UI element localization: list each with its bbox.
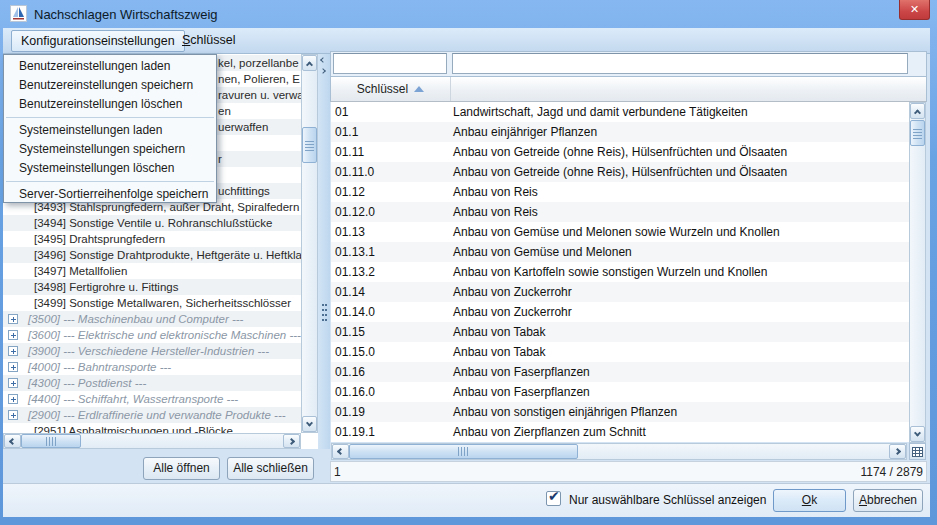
row-count-indicator: 1174 / 2879 — [860, 465, 923, 479]
menu-item-save-user-settings[interactable]: Benutzereinstellungen speichern — [4, 76, 216, 95]
close-button[interactable]: ✕ — [899, 0, 930, 20]
grid-header: Schlüssel — [330, 76, 927, 102]
expand-plus-icon[interactable] — [8, 394, 18, 404]
open-all-button[interactable]: Alle öffnen — [143, 457, 220, 480]
tree-row-group[interactable]: [4300] --- Postdienst --- — [3, 375, 301, 391]
selectable-keys-checkbox[interactable]: ✔ — [546, 491, 561, 506]
grid-row[interactable]: 01.15Anbau von Tabak — [331, 322, 909, 342]
tree-row[interactable]: [3498] Fertigrohre u. Fittings — [3, 279, 301, 295]
current-row-indicator: 1 — [334, 465, 341, 479]
menu-item-save-system-settings[interactable]: Systemeinstellungen speichern — [4, 140, 216, 159]
column-chooser-button[interactable] — [909, 443, 926, 460]
text-filter-input[interactable] — [452, 53, 908, 74]
scroll-left-button[interactable] — [4, 434, 21, 448]
ok-button[interactable]: Ok — [773, 489, 846, 512]
tree-row[interactable]: [2951] Asphaltmischungen und -Blöcke — [3, 423, 301, 433]
menu-schluessel[interactable]: Schlüssel — [173, 30, 245, 52]
expand-plus-icon[interactable] — [8, 330, 18, 340]
column-header-schluessel[interactable]: Schlüssel — [331, 77, 451, 101]
scroll-left-button[interactable] — [332, 444, 349, 459]
grid-row[interactable]: 01.14Anbau von Zuckerrohr — [331, 282, 909, 302]
tree-row[interactable]: [3495] Drahtsprungfedern — [3, 231, 301, 247]
dialog-footer: ✔ Nur auswählbare Schlüssel anzeigen Ok … — [3, 483, 930, 517]
chevron-down-icon — [306, 419, 313, 426]
thumb-grip — [305, 140, 314, 151]
grid-row[interactable]: 01.14.0Anbau von Zuckerrohr — [331, 302, 909, 322]
tree-row[interactable]: [3499] Sonstige Metallwaren, Sicherheits… — [3, 295, 301, 311]
collapse-right-icon[interactable] — [320, 68, 326, 74]
grid-row[interactable]: 01.13.1Anbau von Gemüse und Melonen — [331, 242, 909, 262]
grid-row[interactable]: 01.15.0Anbau von Tabak — [331, 342, 909, 362]
chevron-down-icon — [914, 429, 921, 436]
menu-separator — [6, 181, 214, 182]
menu-item-load-system-settings[interactable]: Systemeinstellungen laden — [4, 121, 216, 140]
grid-row[interactable]: 01.11Anbau von Getreide (ohne Reis), Hül… — [331, 142, 909, 162]
grid-row[interactable]: 01.16Anbau von Faserpflanzen — [331, 362, 909, 382]
scroll-thumb[interactable] — [910, 120, 925, 146]
collapse-left-icon[interactable] — [320, 57, 326, 63]
grid-row[interactable]: 01.11.0Anbau von Getreide (ohne Reis), H… — [331, 162, 909, 182]
grid-row[interactable]: 01.16.0Anbau von Faserpflanzen — [331, 382, 909, 402]
tree-horizontal-scrollbar[interactable] — [3, 433, 301, 449]
tree-row-group[interactable]: [2900] --- Erdlraffinerie und verwandte … — [3, 407, 301, 423]
chevron-left-icon — [9, 437, 16, 444]
menu-item-save-server-sort-order[interactable]: Server-Sortierreihenfolge speichern — [4, 185, 216, 204]
grid-vertical-scrollbar[interactable] — [909, 102, 926, 443]
menu-item-delete-system-settings[interactable]: Systemeinstellungen löschen — [4, 159, 216, 178]
scroll-thumb[interactable] — [302, 127, 317, 163]
tree-vertical-scrollbar[interactable] — [301, 54, 318, 433]
scroll-down-button[interactable] — [302, 416, 317, 432]
cancel-button[interactable]: Abbrechen — [853, 489, 923, 512]
panel-splitter[interactable] — [318, 54, 330, 449]
tree-row-group[interactable]: [3900] --- Verschiedene Hersteller-Indus… — [3, 343, 301, 359]
app-sailboat-icon — [10, 5, 27, 22]
grid-row[interactable]: 01.1Anbau einjähriger Pflanzen — [331, 122, 909, 142]
expand-plus-icon[interactable] — [8, 378, 18, 388]
grid-horizontal-scrollbar[interactable] — [331, 443, 907, 460]
close-all-button[interactable]: Alle schließen — [227, 457, 314, 480]
scroll-right-button[interactable] — [889, 444, 906, 459]
chevron-right-icon — [288, 437, 295, 444]
tree-row-group[interactable]: [3500] --- Maschinenbau und Computer --- — [3, 311, 301, 327]
chevron-up-icon — [914, 109, 921, 116]
thumb-grip — [913, 128, 922, 139]
expand-plus-icon[interactable] — [8, 362, 18, 372]
tree-row[interactable]: [3496] Sonstige Drahtprodukte, Heftgerät… — [3, 247, 301, 263]
grid-body: 01Landwirtschaft, Jagd und damit verbund… — [331, 102, 909, 442]
scroll-thumb[interactable] — [349, 444, 578, 459]
menu-configuration[interactable]: Konfigurationseinstellungen — [11, 30, 185, 52]
menu-item-delete-user-settings[interactable]: Benutzereinstellungen löschen — [4, 95, 216, 114]
configuration-dropdown-menu: Benutzereinstellungen laden Benutzereins… — [3, 54, 217, 203]
grid-row[interactable]: 01.13.2Anbau von Kartoffeln sowie sonsti… — [331, 262, 909, 282]
tree-row-group[interactable]: [3600] --- Elektrische und elektronische… — [3, 327, 301, 343]
splitter-grip-dots — [322, 304, 324, 306]
scroll-down-button[interactable] — [910, 426, 925, 442]
thumb-grip — [46, 437, 57, 446]
expand-plus-icon[interactable] — [8, 346, 18, 356]
scroll-up-button[interactable] — [910, 103, 925, 119]
grid-status-bar: 1 1174 / 2879 — [330, 461, 927, 482]
tree-row[interactable]: [3494] Sonstige Ventile u. Rohranschlußs… — [3, 215, 301, 231]
expand-plus-icon[interactable] — [8, 410, 18, 420]
grid-row[interactable]: 01.19.1Anbau von Zierpflanzen zum Schnit… — [331, 422, 909, 442]
grid-row[interactable]: 01.13Anbau von Gemüse und Melonen sowie … — [331, 222, 909, 242]
tree-row-group[interactable]: [4000] --- Bahntransporte --- — [3, 359, 301, 375]
key-filter-input[interactable] — [333, 53, 447, 74]
grid-row[interactable]: 01.12.0Anbau von Reis — [331, 202, 909, 222]
grid-row[interactable]: 01Landwirtschaft, Jagd und damit verbund… — [331, 102, 909, 122]
scroll-right-button[interactable] — [283, 434, 300, 448]
title-bar[interactable]: Nachschlagen Wirtschaftszweig ✕ — [0, 0, 937, 28]
menu-item-load-user-settings[interactable]: Benutzereinstellungen laden — [4, 57, 216, 76]
sort-ascending-icon — [414, 86, 424, 92]
scroll-thumb[interactable] — [21, 434, 81, 448]
tree-row[interactable]: [3497] Metallfolien — [3, 263, 301, 279]
expand-plus-icon[interactable] — [8, 314, 18, 324]
grid-row[interactable]: 01.19Anbau von sonstigen einjährigen Pfl… — [331, 402, 909, 422]
grid-row[interactable]: 01.12Anbau von Reis — [331, 182, 909, 202]
dialog-window: Nachschlagen Wirtschaftszweig ✕ Konfigur… — [0, 0, 937, 525]
scroll-up-button[interactable] — [302, 55, 317, 71]
checkmark-icon: ✔ — [548, 488, 560, 504]
tree-row-group[interactable]: [4400] --- Schiffahrt, Wassertransporte … — [3, 391, 301, 407]
thumb-grip — [458, 447, 469, 456]
chevron-up-icon — [306, 61, 313, 68]
